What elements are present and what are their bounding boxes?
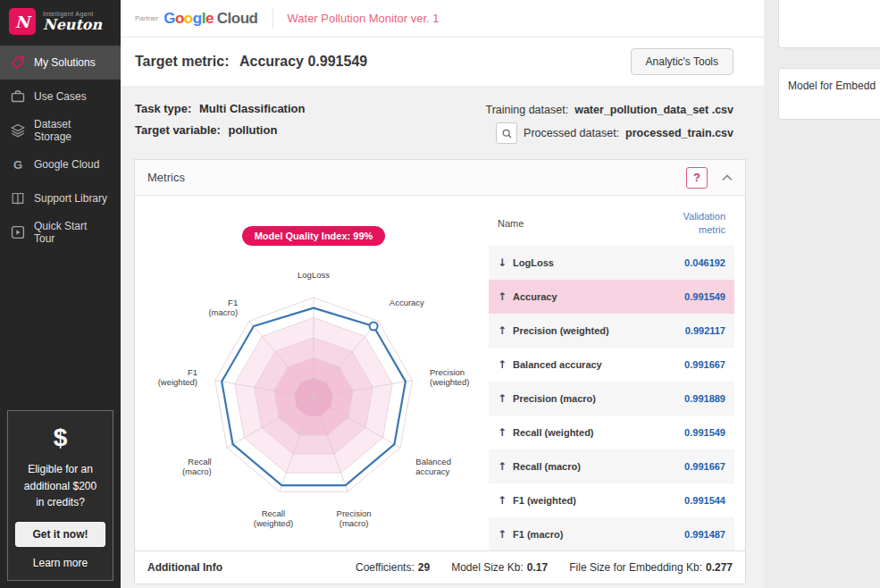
metrics-panel: Metrics ? Model Quality Index: 99% LogLo…: [134, 159, 746, 584]
svg-text:Recall(macro): Recall(macro): [182, 457, 212, 476]
metrics-table-header: Name Validation metric: [489, 199, 734, 246]
partner-label: Partner: [135, 14, 158, 22]
processed-dataset-label: Processed dataset:: [524, 127, 619, 139]
sidebar-item-my-solutions[interactable]: My Solutions: [0, 46, 121, 80]
metric-name: Precision (macro): [513, 393, 596, 404]
table-row[interactable]: ↑F1 (weighted)0.991544: [489, 483, 734, 517]
sidebar-item-label: My Solutions: [34, 56, 96, 69]
target-metric-bar: Target metric: Accuracy 0.991549 Analyti…: [121, 38, 764, 86]
table-row[interactable]: ↑Precision (macro)0.991889: [489, 382, 734, 416]
arrow-up-icon: ↑: [498, 528, 507, 541]
table-row[interactable]: ↓LogLoss0.046192: [489, 246, 734, 280]
arrow-up-icon: ↑: [498, 290, 507, 303]
right-panel-top-card[interactable]: [778, 0, 880, 48]
sidebar-item-quick-start-tour[interactable]: Quick Start Tour: [0, 215, 121, 249]
arrow-down-icon: ↓: [498, 256, 507, 269]
metric-value: 0.991889: [684, 393, 725, 404]
arrow-up-icon: ↑: [498, 324, 507, 337]
metrics-panel-title: Metrics: [147, 171, 185, 184]
model-for-embedding-card[interactable]: Model for Embedd: [778, 68, 880, 120]
google-cloud-logo: Google Cloud: [163, 10, 257, 28]
search-icon: [501, 128, 513, 139]
neuton-logo[interactable]: N Intelligent Agent Neuton: [0, 0, 121, 44]
sidebar-item-label: Dataset Storage: [34, 118, 110, 143]
brand-name: Neuton: [43, 17, 102, 33]
metric-name: Recall (weighted): [513, 427, 593, 438]
metric-value: 0.991667: [684, 461, 725, 472]
header-divider: [272, 9, 273, 29]
credits-message: Eligible for an additional $200 in credi…: [15, 461, 105, 511]
help-button[interactable]: ?: [686, 167, 708, 189]
svg-text:Precision(weighted): Precision(weighted): [430, 367, 469, 387]
collapse-panel-button[interactable]: [722, 174, 733, 181]
svg-text:LogLoss: LogLoss: [298, 270, 330, 280]
svg-text:Balancedaccuracy: Balancedaccuracy: [415, 457, 451, 476]
metric-value: 0.992117: [685, 325, 725, 336]
briefcase-icon: [11, 89, 25, 104]
metric-name: Accuracy: [513, 291, 557, 302]
google-g-icon: G: [11, 157, 25, 172]
table-row[interactable]: ↑Accuracy0.991549: [489, 280, 734, 314]
sidebar-item-google-cloud[interactable]: GGoogle Cloud: [0, 147, 121, 181]
analytics-tools-button[interactable]: Analytic's Tools: [631, 48, 733, 75]
cloud-wordmark: Cloud: [217, 10, 258, 28]
metric-value: 0.991544: [684, 495, 725, 506]
learn-more-link[interactable]: Learn more: [15, 557, 105, 569]
task-type-value: Multi Classification: [199, 102, 305, 115]
svg-text:G: G: [13, 158, 22, 172]
additional-info-bar: Additional Info Coefficients:29 Model Si…: [135, 550, 745, 584]
table-row[interactable]: ↑Recall (macro)0.991667: [489, 449, 734, 483]
target-variable-label: Target variable:: [135, 123, 221, 137]
right-panel: Model for Embedd: [764, 0, 880, 588]
training-dataset-label: Training dataset:: [486, 104, 569, 116]
svg-text:F1(weighted): F1(weighted): [158, 367, 197, 387]
neuton-logo-icon: N: [9, 8, 36, 35]
sidebar-item-label: Support Library: [34, 192, 107, 205]
arrow-up-icon: ↑: [498, 494, 507, 507]
metric-value: 0.991487: [684, 529, 725, 540]
solutions-icon: [11, 55, 25, 70]
radar-chart: LogLossAccuracyPrecision(weighted)Balanc…: [144, 248, 483, 548]
metrics-panel-header: Metrics ?: [135, 160, 745, 196]
sidebar-nav: My SolutionsUse CasesDataset StorageGGoo…: [0, 46, 121, 249]
target-metric-value: Accuracy 0.991549: [239, 54, 367, 69]
project-title: Water Pollution Monitor ver. 1: [288, 12, 440, 25]
svg-text:Recall(weighted): Recall(weighted): [254, 508, 293, 528]
arrow-up-icon: ↑: [498, 426, 507, 439]
metric-value: 0.046192: [684, 257, 725, 268]
radar-chart-area: Model Quality Index: 99% LogLossAccuracy…: [138, 199, 489, 550]
metrics-panel-body: Model Quality Index: 99% LogLossAccuracy…: [135, 196, 745, 550]
sidebar-item-label: Google Cloud: [34, 158, 99, 171]
table-row[interactable]: ↑Balanced accuracy0.991667: [489, 348, 734, 382]
sidebar-item-label: Use Cases: [34, 90, 87, 103]
embedding-file-size-stat: File Size for Embedding Kb:0.277: [569, 561, 733, 574]
table-row[interactable]: ↑Precision (weighted)0.992117: [489, 314, 734, 348]
model-size-stat: Model Size Kb:0.17: [451, 561, 548, 574]
credits-promo-box: $ Eligible for an additional $200 in cre…: [7, 410, 113, 581]
metric-value: 0.991549: [684, 291, 725, 302]
sidebar-item-support-library[interactable]: Support Library: [0, 181, 121, 215]
preview-dataset-button[interactable]: [496, 122, 517, 144]
metrics-table: Name Validation metric ↓LogLoss0.046192↑…: [489, 199, 738, 550]
metric-name: F1 (macro): [513, 529, 563, 540]
task-type-label: Task type:: [135, 102, 191, 115]
table-row[interactable]: ↑Recall (weighted)0.991549: [489, 416, 734, 449]
book-icon: [11, 191, 25, 206]
target-metric-label: Target metric:: [135, 54, 230, 69]
google-wordmark: Google: [163, 10, 214, 28]
metric-name: Precision (weighted): [513, 325, 609, 336]
svg-text:F1(macro): F1(macro): [208, 298, 238, 317]
metrics-table-rows: ↓LogLoss0.046192↑Accuracy0.991549↑Precis…: [489, 246, 734, 551]
sidebar-item-use-cases[interactable]: Use Cases: [0, 80, 121, 113]
table-row[interactable]: ↑F1 (macro)0.991487: [489, 517, 734, 551]
arrow-up-icon: ↑: [498, 460, 507, 473]
metric-name: LogLoss: [513, 257, 554, 268]
app-window: N Intelligent Agent Neuton My SolutionsU…: [0, 0, 880, 588]
get-it-now-button[interactable]: Get it now!: [15, 522, 105, 547]
dollar-icon: $: [15, 424, 105, 452]
column-validation-metric-header: Validation metric: [670, 210, 725, 237]
additional-info-label: Additional Info: [147, 561, 222, 574]
metric-value: 0.991549: [684, 427, 725, 438]
arrow-up-icon: ↑: [498, 392, 507, 405]
sidebar-item-dataset-storage[interactable]: Dataset Storage: [0, 113, 121, 147]
